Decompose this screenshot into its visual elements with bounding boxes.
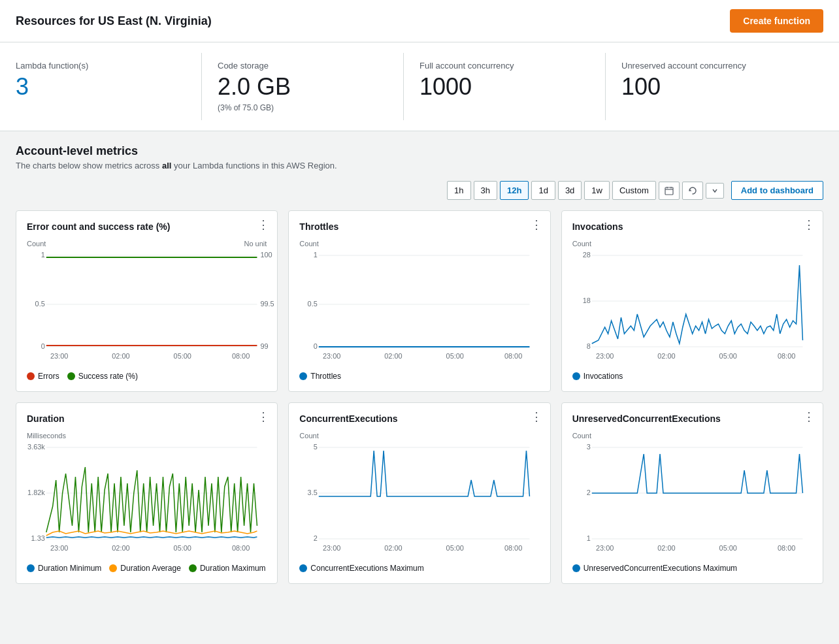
chart-menu-button[interactable]: ⋮ [803, 219, 815, 231]
chart-legend: Throttles [299, 372, 539, 381]
svg-text:02:00: 02:00 [112, 544, 129, 552]
svg-text:05:00: 05:00 [446, 544, 464, 552]
chart-menu-button[interactable]: ⋮ [257, 219, 269, 231]
chart-menu-button[interactable]: ⋮ [531, 219, 542, 231]
time-3h-button[interactable]: 3h [474, 181, 497, 200]
refresh-icon [688, 186, 697, 195]
chart-title: Throttles [299, 221, 539, 232]
legend-success-rate: Success rate (%) [67, 372, 138, 381]
svg-text:05:00: 05:00 [719, 544, 736, 552]
charts-grid: Error count and success rate (%) ⋮ Count… [16, 210, 823, 584]
throttles-label: Throttles [310, 372, 341, 381]
svg-text:23:00: 23:00 [50, 352, 68, 360]
time-1h-button[interactable]: 1h [447, 181, 470, 200]
add-to-dashboard-button[interactable]: Add to dashboard [731, 181, 823, 200]
svg-text:0.5: 0.5 [35, 300, 45, 308]
throttles-dot [299, 372, 307, 380]
svg-text:02:00: 02:00 [112, 352, 129, 360]
chevron-down-icon [712, 187, 718, 194]
svg-text:08:00: 08:00 [232, 352, 250, 360]
code-storage-card: Code storage 2.0 GB (3% of 75.0 GB) [218, 53, 404, 120]
unreserved-value: 100 [621, 73, 792, 101]
svg-text:08:00: 08:00 [778, 544, 795, 552]
svg-text:0: 0 [314, 342, 318, 350]
lambda-value: 3 [16, 73, 186, 101]
chart-svg: 5 3.5 2 23:00 02:00 05:00 08:00 [299, 441, 539, 545]
duration-max-dot [189, 564, 197, 572]
metrics-description: The charts below show metrics across all… [16, 161, 823, 170]
chart-plot-area: 3 2 1 23:00 02:00 05:00 08:00 [572, 441, 812, 558]
concurrent-executions-chart: ConcurrentExecutions ⋮ Count 5 3.5 2 23:… [288, 402, 550, 584]
chart-menu-button[interactable]: ⋮ [531, 411, 542, 423]
svg-text:05:00: 05:00 [174, 352, 191, 360]
svg-text:05:00: 05:00 [174, 544, 191, 552]
time-3d-button[interactable]: 3d [558, 181, 582, 200]
chart-menu-button[interactable]: ⋮ [257, 411, 269, 423]
success-rate-label: Success rate (%) [78, 372, 138, 381]
svg-text:18: 18 [582, 297, 590, 304]
duration-avg-label: Duration Average [120, 564, 181, 573]
time-1w-button[interactable]: 1w [584, 181, 610, 200]
svg-text:23:00: 23:00 [596, 544, 614, 552]
metrics-section: Account-level metrics The charts below s… [0, 131, 839, 597]
svg-text:23:00: 23:00 [323, 544, 340, 552]
calendar-icon-button[interactable] [659, 182, 680, 200]
svg-text:3.5: 3.5 [308, 489, 318, 496]
chart-menu-button[interactable]: ⋮ [803, 411, 815, 423]
svg-text:1.82k: 1.82k [27, 489, 45, 496]
svg-text:3: 3 [586, 443, 590, 451]
duration-max-label: Duration Maximum [200, 564, 266, 573]
chart-title: Error count and success rate (%) [27, 221, 267, 232]
refresh-button[interactable] [682, 182, 703, 200]
legend-unreserved-max: UnreservedConcurrentExecutions Maximum [572, 564, 737, 573]
y-left-label: Count [572, 432, 591, 440]
success-rate-dot [67, 372, 75, 380]
chart-plot-area: 28 18 8 23:00 02:00 05:00 08:00 [572, 249, 812, 366]
concurrency-card: Full account concurrency 1000 [420, 53, 606, 120]
svg-text:23:00: 23:00 [50, 544, 68, 552]
create-function-button[interactable]: Create function [730, 9, 823, 33]
calendar-icon [665, 186, 674, 195]
top-bar: Resources for US East (N. Virginia) Crea… [0, 0, 839, 42]
time-custom-button[interactable]: Custom [612, 181, 656, 200]
unreserved-concurrency-card: Unreserved account concurrency 100 [621, 53, 808, 120]
concurrency-value: 1000 [420, 73, 589, 101]
dropdown-button[interactable] [706, 183, 724, 199]
invocations-dot [572, 372, 580, 380]
lambda-label: Lambda function(s) [16, 61, 186, 71]
svg-text:2: 2 [586, 489, 590, 496]
y-right-label: No unit [244, 240, 267, 248]
svg-text:08:00: 08:00 [778, 352, 795, 360]
chart-title: ConcurrentExecutions [299, 413, 539, 424]
unreserved-max-label: UnreservedConcurrentExecutions Maximum [584, 564, 737, 573]
y-left-label: Count [572, 240, 591, 248]
legend-concurrent-max: ConcurrentExecutions Maximum [299, 564, 423, 573]
page-title: Resources for US East (N. Virginia) [16, 14, 212, 28]
time-1d-button[interactable]: 1d [531, 181, 555, 200]
svg-text:5: 5 [314, 443, 318, 451]
svg-text:08:00: 08:00 [504, 352, 522, 360]
error-count-chart: Error count and success rate (%) ⋮ Count… [16, 210, 278, 392]
svg-text:1: 1 [314, 251, 318, 259]
svg-text:02:00: 02:00 [657, 544, 675, 552]
svg-text:8: 8 [586, 342, 590, 350]
svg-text:23:00: 23:00 [323, 352, 340, 360]
chart-plot-area: 5 3.5 2 23:00 02:00 05:00 08:00 [299, 441, 539, 558]
svg-text:0: 0 [41, 342, 45, 350]
time-12h-button[interactable]: 12h [500, 181, 529, 200]
errors-label: Errors [38, 372, 59, 381]
chart-plot-area: 3.63k 1.82k 1.33 23:00 02:00 05:00 08:00 [27, 441, 267, 558]
metrics-title: Account-level metrics [16, 144, 823, 158]
legend-duration-max: Duration Maximum [189, 564, 266, 573]
resources-section: Lambda function(s) 3 Code storage 2.0 GB… [0, 42, 839, 131]
y-left-label: Count [299, 240, 318, 248]
svg-text:28: 28 [582, 251, 590, 259]
legend-throttles: Throttles [299, 372, 341, 381]
chart-svg: 1 0.5 0 23:00 02:00 05:00 08:00 [299, 249, 539, 353]
svg-text:3.63k: 3.63k [27, 443, 45, 451]
svg-text:23:00: 23:00 [596, 352, 614, 360]
duration-avg-dot [109, 564, 117, 572]
chart-svg: 3.63k 1.82k 1.33 23:00 02:00 05:00 08:00 [27, 441, 267, 545]
y-left-label: Count [299, 432, 318, 440]
concurrent-max-label: ConcurrentExecutions Maximum [310, 564, 423, 573]
